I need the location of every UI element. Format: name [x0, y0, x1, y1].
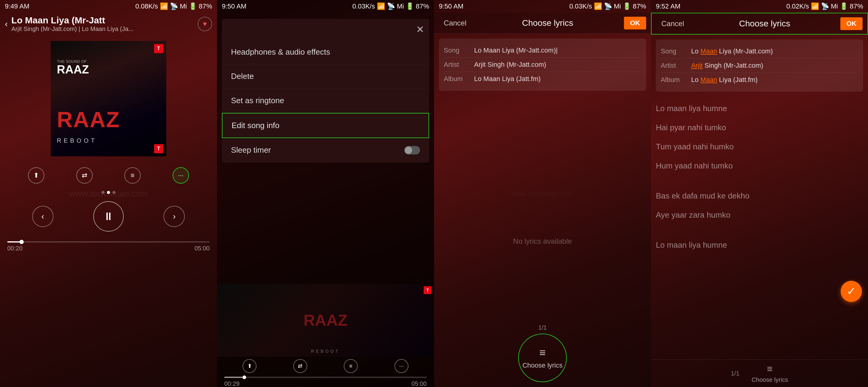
lyric-line-4[interactable]: Hum yaad nahi tumko — [656, 159, 863, 173]
mini-lyrics-btn[interactable]: ≡ — [344, 359, 358, 373]
album-row-3: Album Lo Maan Liya (Jatt.fm) — [444, 72, 641, 86]
lyric-spacer-1 — [656, 178, 863, 184]
headphones-menu-item[interactable]: Headphones & audio effects — [222, 40, 429, 64]
edit-song-info-menu-item[interactable]: Edit song info — [222, 113, 429, 138]
heart-button[interactable]: ♥ — [197, 17, 212, 31]
panel2-content: 9:50 AM 0.03K/s 📶 📡 Mi 🔋 87% ✕ Headphone… — [217, 0, 434, 387]
mini-t-logo: T — [424, 286, 432, 294]
music-player-panel: www.techsarjan.com 9:49 AM 0.08K/s 📶 📡 M… — [0, 0, 217, 387]
mini-upload-btn[interactable]: ⬆ — [243, 359, 256, 373]
page-indicator-3: 1/1 — [538, 324, 547, 331]
total-time: 05:00 — [194, 245, 210, 252]
sleep-timer-toggle[interactable] — [404, 146, 420, 154]
mini-album-art: RAAZ REBOOT T — [217, 284, 434, 357]
mi-icon-2: Mi — [397, 2, 404, 10]
battery-icon-4: 🔋 — [840, 2, 848, 10]
more-button[interactable]: ··· — [173, 167, 189, 184]
mini-more-btn[interactable]: ··· — [395, 359, 408, 373]
ok-button-3[interactable]: OK — [624, 17, 646, 29]
t-series-logo-bottom: T — [154, 144, 163, 153]
progress-bar[interactable] — [7, 241, 210, 243]
song-meta-card-4: Song Lo Maan Liya (Mr-Jatt.com) Artist A… — [656, 39, 863, 92]
artist-label-3: Artist — [444, 61, 474, 69]
signal-icon-2: 📡 — [387, 2, 395, 10]
lyric-line-6[interactable]: Aye yaar zara humko — [656, 208, 863, 222]
mini-progress: 00:29 05:00 — [217, 376, 434, 387]
song-info: Lo Maan Liya (Mr-Jatt Arjit Singh (Mr-Ja… — [11, 15, 197, 33]
song-row-3: Song Lo Maan Liya (Mr-Jatt.com)| — [444, 43, 641, 58]
speed-3: 0.03K/s — [569, 2, 592, 10]
mini-reboot-text: REBOOT — [311, 349, 340, 354]
orange-check-button[interactable]: ✓ — [841, 281, 862, 302]
song-value-3: Lo Maan Liya (Mr-Jatt.com)| — [474, 46, 641, 54]
player-header: ‹ Lo Maan Liya (Mr-Jatt Arjit Singh (Mr-… — [0, 13, 217, 35]
song-label-4: Song — [661, 47, 691, 55]
shuffle-button[interactable]: ⇄ — [76, 167, 93, 184]
arjit-highlight: Arjit — [691, 62, 703, 69]
choose-lyrics-title-4: Choose lyrics — [689, 19, 840, 29]
song-label-3: Song — [444, 46, 474, 54]
battery-icon-2: 🔋 — [406, 2, 414, 10]
choose-lyrics-label-3: Choose lyrics — [522, 361, 563, 370]
mini-album-preview: RAAZ REBOOT T ⬆ ⇄ ≡ ··· 00:29 05:00 — [217, 284, 434, 387]
lyrics-button[interactable]: ≡ — [124, 167, 141, 184]
mini-current-time: 00:29 — [224, 380, 240, 387]
mini-time-row: 00:29 05:00 — [224, 380, 427, 387]
album-text: THE SOUND OF RAAZ — [57, 59, 89, 75]
choose-lyrics-button-4[interactable]: ≡ Choose lyrics — [752, 363, 788, 383]
progress-thumb — [20, 240, 24, 244]
upload-button[interactable]: ⬆ — [28, 167, 44, 184]
next-button[interactable]: › — [163, 206, 185, 227]
time-3: 9:50 AM — [439, 2, 463, 10]
wifi-icon-3: 📶 — [594, 2, 602, 10]
mini-raaz-text: RAAZ — [304, 311, 347, 329]
page-dots — [0, 188, 217, 197]
sleep-timer-menu-item[interactable]: Sleep timer — [222, 138, 429, 163]
panel4-bottom: 1/1 ≡ Choose lyrics — [651, 359, 868, 387]
headphones-label: Headphones & audio effects — [231, 47, 330, 57]
battery-pct-4: 87% — [850, 2, 863, 10]
status-bar-2: 9:50 AM 0.03K/s 📶 📡 Mi 🔋 87% — [217, 0, 434, 13]
mi-icon: Mi — [180, 2, 187, 10]
mini-total-time: 05:00 — [411, 380, 427, 387]
lyric-line-1[interactable]: Lo maan liya humne — [656, 101, 863, 116]
lyric-line-3[interactable]: Tum yaad nahi humko — [656, 140, 863, 154]
delete-menu-item[interactable]: Delete — [222, 64, 429, 89]
pause-button[interactable]: ⏸ — [93, 201, 124, 232]
controls-row: ⬆ ⇄ ≡ ··· — [0, 163, 217, 188]
signal-icon-3: 📡 — [604, 2, 612, 10]
cancel-button-4[interactable]: Cancel — [656, 17, 689, 30]
raaz-label: RAAZ — [57, 107, 120, 132]
song-subtitle: Arjit Singh (Mr-Jatt.com) | Lo Maan Liya… — [11, 26, 197, 33]
signal-icon: 📡 — [170, 2, 178, 10]
signal-icon-4: 📡 — [821, 2, 829, 10]
artist-row-4: Artist Arjit Singh (Mr-Jatt.com) — [661, 59, 858, 73]
artist-row-3: Artist Arjit Singh (Mr-Jatt.com) — [444, 58, 641, 72]
reboot-label: REBOOT — [57, 137, 97, 144]
dot-3 — [113, 191, 116, 194]
lyric-line-7[interactable]: Lo maan liya humne — [656, 238, 863, 252]
status-icons-2: 0.03K/s 📶 📡 Mi 🔋 87% — [352, 2, 429, 10]
mini-shuffle-btn[interactable]: ⇄ — [293, 359, 307, 373]
status-icons-3: 0.03K/s 📶 📡 Mi 🔋 87% — [569, 2, 646, 10]
wifi-icon-4: 📶 — [811, 2, 819, 10]
choose-lyrics-button-3[interactable]: ≡ Choose lyrics — [518, 333, 567, 382]
lyric-line-5[interactable]: Bas ek dafa mud ke dekho — [656, 189, 863, 203]
choose-lyrics-header-3: Cancel Choose lyrics OK — [434, 13, 651, 34]
ok-button-4[interactable]: OK — [840, 17, 863, 30]
ringtone-menu-item[interactable]: Set as ringtone — [222, 89, 429, 113]
cancel-button-3[interactable]: Cancel — [439, 16, 471, 30]
mi-icon-4: Mi — [831, 2, 838, 10]
wifi-icon-2: 📶 — [377, 2, 385, 10]
status-bar-3: 9:50 AM 0.03K/s 📶 📡 Mi 🔋 87% — [434, 0, 651, 13]
mini-progress-bar[interactable] — [224, 377, 427, 378]
current-time: 00:20 — [7, 245, 23, 252]
artist-value-3: Arjit Singh (Mr-Jatt.com) — [474, 61, 641, 69]
song-meta-card-3: Song Lo Maan Liya (Mr-Jatt.com)| Artist … — [439, 39, 646, 91]
prev-button[interactable]: ‹ — [32, 206, 54, 227]
lyric-line-2[interactable]: Hai pyar nahi tumko — [656, 120, 863, 135]
bottom-section-3: 1/1 ≡ Choose lyrics — [518, 324, 567, 382]
choose-lyrics-panel-empty: 9:50 AM 0.03K/s 📶 📡 Mi 🔋 87% Cancel Choo… — [434, 0, 651, 387]
close-button[interactable]: ✕ — [416, 24, 424, 35]
back-button[interactable]: ‹ — [5, 19, 8, 29]
